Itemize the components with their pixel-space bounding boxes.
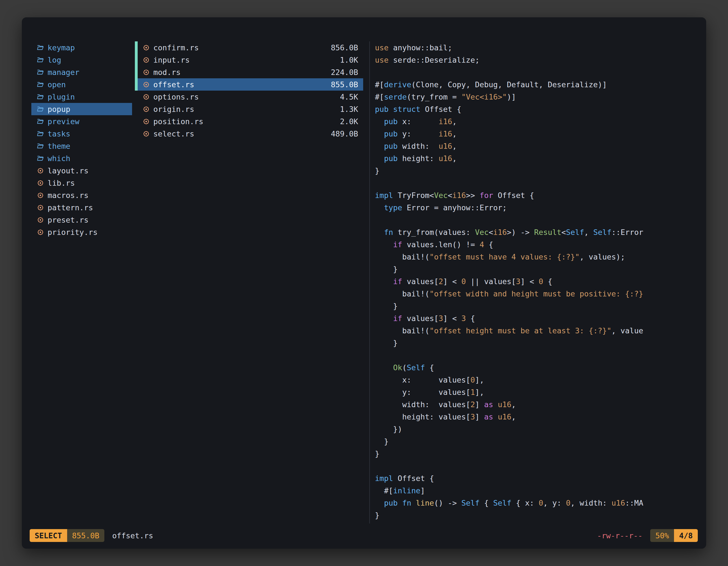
file-permissions: -rw-r--r-- xyxy=(597,531,643,540)
selected-marker xyxy=(135,103,138,115)
code-line: y: values[1], xyxy=(375,386,701,398)
rust-file-icon xyxy=(142,118,151,125)
sidebar-item-label: tasks xyxy=(48,130,70,138)
folder-icon xyxy=(36,68,45,76)
rust-file-icon xyxy=(142,81,151,88)
file-row-select-rs[interactable]: select.rs489.0B xyxy=(135,128,363,140)
sidebar-item-label: layout.rs xyxy=(48,166,88,175)
sidebar-item-lib-rs[interactable]: lib.rs xyxy=(31,177,132,189)
terminal-window: keymaplogmanageropenpluginpopuppreviewta… xyxy=(22,17,706,549)
code-line: pub y: i16, xyxy=(375,128,701,140)
sidebar-item-keymap[interactable]: keymap xyxy=(31,41,132,54)
code-line: } xyxy=(375,447,701,460)
rust-file-icon xyxy=(142,105,151,113)
code-line: type Error = anyhow::Error; xyxy=(375,201,701,214)
code-line: pub fn line() -> Self { Self { x: 0, y: … xyxy=(375,497,701,509)
sidebar-item-preview[interactable]: preview xyxy=(31,115,132,128)
folder-icon xyxy=(36,154,45,162)
sidebar-item-label: lib.rs xyxy=(48,179,75,187)
file-row-offset-rs[interactable]: offset.rs855.0B xyxy=(135,78,363,91)
code-line: width: values[2] as u16, xyxy=(375,398,701,410)
file-size: 4.5K xyxy=(340,93,363,101)
sidebar-item-label: theme xyxy=(48,142,70,151)
selected-marker xyxy=(135,78,138,91)
code-line: } xyxy=(375,263,701,275)
rust-file-icon xyxy=(142,44,151,51)
file-manager-content: keymaplogmanageropenpluginpopuppreviewta… xyxy=(22,17,706,529)
selected-marker xyxy=(135,54,138,66)
sidebar-item-label: keymap xyxy=(48,43,75,52)
folder-icon xyxy=(36,142,45,150)
file-row-position-rs[interactable]: position.rs2.0K xyxy=(135,115,363,128)
sidebar-item-priority-rs[interactable]: priority.rs xyxy=(31,226,132,238)
file-size: 1.0K xyxy=(340,56,363,64)
rust-file-icon xyxy=(142,56,151,64)
rust-file-icon xyxy=(36,204,45,212)
code-line xyxy=(375,214,701,226)
code-line: use anyhow::bail; xyxy=(375,41,701,54)
code-line: bail!("offset height must be at least 3:… xyxy=(375,324,701,337)
sidebar-item-manager[interactable]: manager xyxy=(31,66,132,78)
file-name: mod.rs xyxy=(153,68,181,77)
code-line: impl Offset { xyxy=(375,472,701,484)
file-name: position.rs xyxy=(153,117,203,126)
folder-icon xyxy=(36,105,45,113)
file-size: 856.0B xyxy=(331,43,363,52)
file-name: options.rs xyxy=(153,93,199,101)
code-line: }) xyxy=(375,423,701,435)
sidebar-item-macros-rs[interactable]: macros.rs xyxy=(31,189,132,201)
code-line: } xyxy=(375,337,701,349)
code-line xyxy=(375,460,701,472)
code-line: pub height: u16, xyxy=(375,152,701,165)
sidebar-item-label: pattern.rs xyxy=(48,203,93,212)
code-line: Ok(Self { xyxy=(375,361,701,373)
sidebar-item-pattern-rs[interactable]: pattern.rs xyxy=(31,201,132,214)
file-size-badge: 855.0B xyxy=(67,529,105,542)
folder-icon xyxy=(36,118,45,125)
sidebar-item-preset-rs[interactable]: preset.rs xyxy=(31,214,132,226)
sidebar-item-popup[interactable]: popup xyxy=(31,103,132,115)
current-directory-pane: confirm.rs856.0Binput.rs1.0Kmod.rs224.0B… xyxy=(135,41,363,529)
sidebar-item-theme[interactable]: theme xyxy=(31,140,132,152)
sidebar-item-tasks[interactable]: tasks xyxy=(31,128,132,140)
folder-icon xyxy=(36,56,45,64)
code-line: } xyxy=(375,509,701,521)
selected-marker xyxy=(135,41,138,54)
status-right-group: -rw-r--r-- 50% 4/8 xyxy=(597,529,698,542)
rust-file-icon xyxy=(36,179,45,187)
status-file-name: offset.rs xyxy=(112,531,153,540)
preview-pane: use anyhow::bail;use serde::Deserialize;… xyxy=(375,41,706,529)
folder-icon xyxy=(36,81,45,88)
code-line: use serde::Deserialize; xyxy=(375,54,701,66)
file-size: 1.3K xyxy=(340,105,363,114)
sidebar-item-which[interactable]: which xyxy=(31,152,132,165)
code-line: } xyxy=(375,165,701,177)
file-name: input.rs xyxy=(153,56,190,64)
code-line: impl TryFrom<Vec<i16>> for Offset { xyxy=(375,189,701,201)
sidebar-item-plugin[interactable]: plugin xyxy=(31,91,132,103)
rust-file-icon xyxy=(36,191,45,199)
code-line: pub width: u16, xyxy=(375,140,701,152)
sidebar-item-log[interactable]: log xyxy=(31,54,132,66)
file-row-origin-rs[interactable]: origin.rs1.3K xyxy=(135,103,363,115)
sidebar-item-label: open xyxy=(48,80,66,89)
file-row-options-rs[interactable]: options.rs4.5K xyxy=(135,91,363,103)
sidebar-item-layout-rs[interactable]: layout.rs xyxy=(31,165,132,177)
sidebar-item-label: macros.rs xyxy=(48,191,88,200)
code-line: if values[3] < 3 { xyxy=(375,312,701,324)
folder-icon xyxy=(36,93,45,101)
code-line xyxy=(375,66,701,78)
file-name: origin.rs xyxy=(153,105,194,114)
file-size: 224.0B xyxy=(331,68,363,77)
file-row-mod-rs[interactable]: mod.rs224.0B xyxy=(135,66,363,78)
sidebar-item-open[interactable]: open xyxy=(31,78,132,91)
file-row-input-rs[interactable]: input.rs1.0K xyxy=(135,54,363,66)
folder-icon xyxy=(36,44,45,51)
selected-marker xyxy=(135,115,138,128)
code-line: #[derive(Clone, Copy, Debug, Default, De… xyxy=(375,78,701,91)
code-line: if values.len() != 4 { xyxy=(375,238,701,251)
code-line xyxy=(375,177,701,189)
rust-file-icon xyxy=(142,68,151,76)
file-row-confirm-rs[interactable]: confirm.rs856.0B xyxy=(135,41,363,54)
rust-file-icon xyxy=(36,216,45,224)
